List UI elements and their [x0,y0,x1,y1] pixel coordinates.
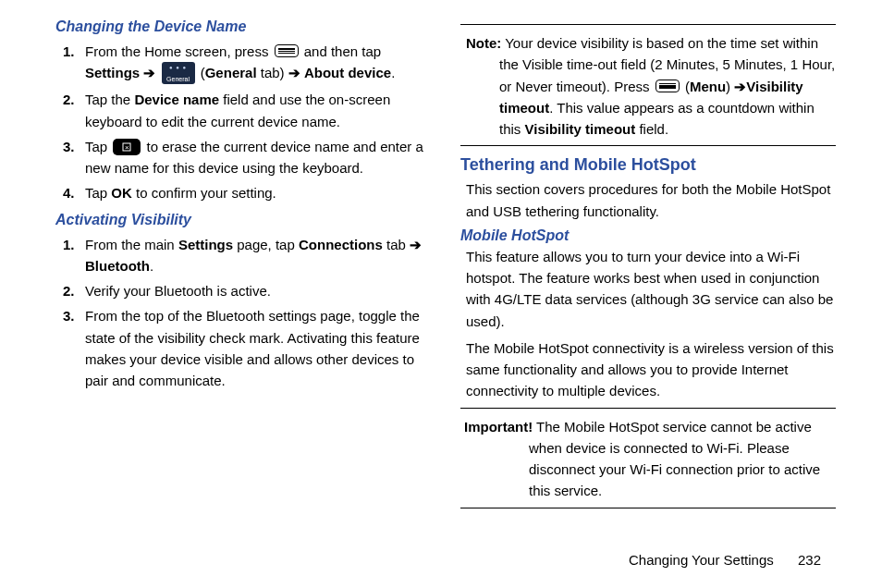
text: page, tap [233,237,299,252]
connections-label: Connections [299,237,383,252]
steps-changing-device-name: From the Home screen, press and then tap… [63,41,431,204]
menu-label: Menu [690,79,726,94]
note-block: Note: Your device visibility is based on… [460,32,836,140]
text: tab [383,237,410,252]
backspace-icon: × [113,139,141,155]
ok-label: OK [111,185,132,201]
step-3: From the top of the Bluetooth settings p… [63,305,431,391]
settings-label: Settings [85,65,140,80]
menu-icon [655,80,680,92]
step-3: Tap × to erase the current device name a… [63,136,431,179]
note-rule-bottom [460,145,836,146]
arrow-icon [410,237,422,252]
device-name-label: Device name [134,92,219,107]
step-2: Verify your Bluetooth is active. [63,280,431,301]
text: From the top of the Bluetooth settings p… [85,308,420,388]
footer-section-label: Changing Your Settings [629,552,774,568]
step-1: From the Home screen, press and then tap… [63,41,431,85]
note-rule-top [460,24,836,25]
page-footer: Changing Your Settings 232 [629,552,821,568]
step-2: Tap the Device name field and use the on… [63,89,431,132]
text: From the main [85,237,178,252]
bluetooth-label: Bluetooth [85,258,150,274]
step-1: From the main Settings page, tap Connect… [63,234,431,277]
steps-activating-visibility: From the main Settings page, tap Connect… [63,234,431,392]
footer-page-number: 232 [798,552,821,568]
arrow-icon [288,65,300,80]
text: tab) [257,65,288,80]
heading-activating-visibility: Activating Visibility [55,212,431,228]
hotspot-para-2: The Mobile HotSpot connectivity is a wir… [460,337,836,402]
about-device-label: About device [304,65,391,80]
note-label: Note: [466,35,501,51]
important-block: Important! The Mobile HotSpot service ca… [460,416,836,502]
heading-changing-device-name: Changing the Device Name [55,18,431,35]
heading-mobile-hotspot: Mobile HotSpot [460,227,836,244]
text: From the Home screen, press [85,43,273,59]
text: The Mobile HotSpot service cannot be act… [529,419,820,499]
text: to confirm your setting. [132,185,276,201]
right-column: Note: Your device visibility is based on… [460,18,836,536]
arrow-icon [734,79,746,94]
text: ( [681,79,690,94]
text: ) [726,79,734,94]
text: field. [635,121,668,137]
heading-tethering-hotspot: Tethering and Mobile HotSpot [460,155,836,175]
visibility-timeout-label-2: Visibility timeout [525,121,636,137]
text: . [150,258,153,274]
general-label: General [205,65,257,80]
text: Tap the [85,92,134,107]
step-4: Tap OK to confirm your setting. [63,182,431,203]
important-rule-bottom [460,508,836,508]
arrow-icon [143,65,155,80]
important-label: Important! [464,419,533,435]
tethering-intro: This section covers procedures for both … [460,178,836,222]
text: Tap [85,185,111,201]
settings-label: Settings [178,237,233,252]
menu-icon [275,44,299,57]
text: Tap [85,139,111,154]
hotspot-para-1: This feature allows you to turn your dev… [460,246,836,332]
text: and then tap [304,43,381,59]
general-tab-icon: ● ● ● General [162,62,195,84]
page-columns: Changing the Device Name From the Home s… [55,18,836,536]
text: . [391,65,395,80]
left-column: Changing the Device Name From the Home s… [55,18,431,536]
important-rule-top [460,408,836,409]
text: Verify your Bluetooth is active. [85,283,271,299]
